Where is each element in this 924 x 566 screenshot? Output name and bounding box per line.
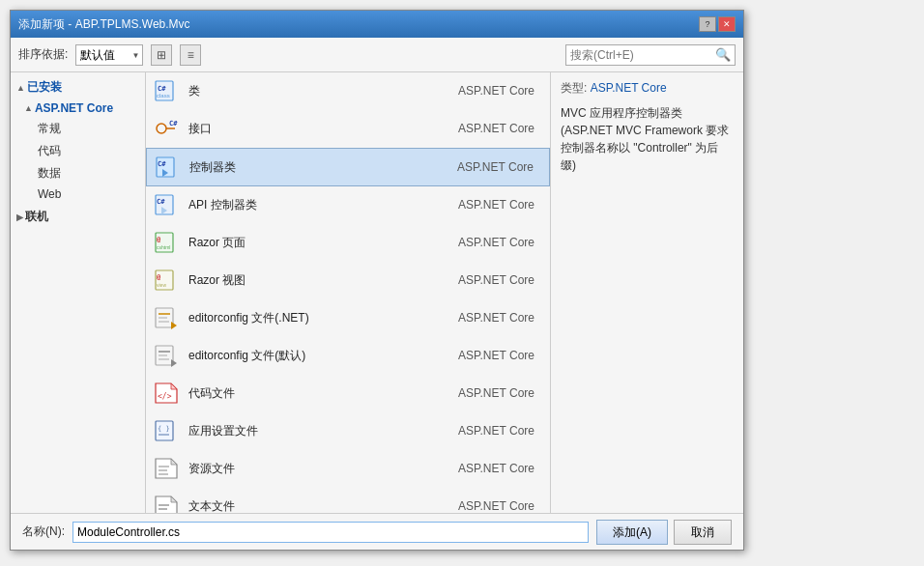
svg-text:C#: C# <box>158 160 166 168</box>
toolbar: 排序依据: 默认值 名称 类型 ⊞ ≡ 🔍 <box>11 38 743 72</box>
sort-select[interactable]: 默认值 名称 类型 <box>75 44 143 66</box>
item-category-resource-file: ASP.NET Core <box>446 462 542 475</box>
api-controller-icon: C# <box>154 191 181 218</box>
item-row-interface[interactable]: C# 接口 ASP.NET Core <box>146 110 550 148</box>
sidebar-item-web[interactable]: Web <box>26 184 145 204</box>
lianji-parent[interactable]: ▶ 联机 <box>11 206 145 228</box>
aspnet-parent[interactable]: ▲ ASP.NET Core <box>18 99 145 118</box>
item-name-interface: 接口 <box>188 121 438 137</box>
info-description: MVC 应用程序控制器类(ASP.NET MVC Framework 要求控制器… <box>561 104 734 174</box>
installed-children: ▲ ASP.NET Core 常规 代码 数据 <box>11 99 145 204</box>
lianji-section: ▶ 联机 <box>11 206 145 228</box>
item-category-api-controller: ASP.NET Core <box>446 198 542 212</box>
svg-marker-27 <box>171 383 177 389</box>
item-category-text-file: ASP.NET Core <box>446 499 542 513</box>
sidebar-item-code[interactable]: 代码 <box>26 140 145 162</box>
installed-expand-icon: ▲ <box>16 83 25 93</box>
add-button[interactable]: 添加(A) <box>596 520 668 545</box>
aspnet-label: ASP.NET Core <box>35 101 113 115</box>
sort-select-wrap[interactable]: 默认值 名称 类型 <box>75 44 143 66</box>
svg-marker-33 <box>171 459 177 465</box>
item-row-code-file[interactable]: </> 代码文件 ASP.NET Core <box>146 375 550 412</box>
svg-text:cshtml: cshtml <box>157 244 170 250</box>
item-category-app-settings: ASP.NET Core <box>446 424 542 438</box>
item-category-razor-view: ASP.NET Core <box>446 273 542 287</box>
main-window: 添加新项 - ABP.TPLMS.Web.Mvc ? ✕ 排序依据: 默认值 名… <box>10 10 744 551</box>
installed-parent[interactable]: ▲ 已安装 <box>11 76 145 99</box>
aspnet-expand-icon: ▲ <box>24 103 33 113</box>
grid-view-button[interactable]: ⊞ <box>151 44 172 66</box>
item-row-controller[interactable]: C# 控制器类 ASP.NET Core <box>146 148 550 186</box>
svg-text:@: @ <box>157 273 160 281</box>
item-name-controller: 控制器类 <box>189 159 437 176</box>
item-name-editorconfig-net: editorconfig 文件(.NET) <box>188 310 438 326</box>
razor-view-icon: @ view <box>154 267 181 294</box>
item-name-editorconfig-default: editorconfig 文件(默认) <box>188 348 438 364</box>
search-icon[interactable]: 🔍 <box>715 47 731 62</box>
item-name-razor-view: Razor 视图 <box>188 272 438 289</box>
cancel-button[interactable]: 取消 <box>674 520 732 545</box>
list-view-button[interactable]: ≡ <box>180 44 201 66</box>
sidebar-item-normal[interactable]: 常规 <box>26 118 145 140</box>
item-name-code-file: 代码文件 <box>188 385 438 402</box>
code-file-icon: </> <box>154 380 181 407</box>
window-controls: ? ✕ <box>699 16 736 32</box>
svg-text:@: @ <box>157 236 160 243</box>
close-button[interactable]: ✕ <box>718 16 736 32</box>
resource-file-icon <box>154 455 181 482</box>
bottom-bar: 名称(N): 添加(A) 取消 <box>11 513 743 550</box>
data-label: 数据 <box>38 165 61 182</box>
item-name-razor-page: Razor 页面 <box>188 235 438 251</box>
name-input[interactable] <box>72 522 589 543</box>
web-label: Web <box>38 187 61 201</box>
name-label: 名称(N): <box>22 524 65 540</box>
item-row-razor-view[interactable]: @ view Razor 视图 ASP.NET Core <box>146 262 550 299</box>
lianji-label: 联机 <box>25 209 48 225</box>
razor-page-icon: @ cshtml <box>154 229 181 256</box>
info-type: 类型: ASP.NET Core <box>561 80 734 97</box>
item-row-editorconfig-default[interactable]: editorconfig 文件(默认) ASP.NET Core <box>146 337 550 375</box>
info-panel: 类型: ASP.NET Core MVC 应用程序控制器类(ASP.NET MV… <box>550 72 743 513</box>
aspnet-children: 常规 代码 数据 Web <box>18 118 145 204</box>
main-content: ▲ 已安装 ▲ ASP.NET Core 常规 代码 <box>11 72 743 513</box>
items-list: C# class 类 ASP.NET Core C# <box>146 72 550 513</box>
item-row-api-controller[interactable]: C# API 控制器类 ASP.NET Core <box>146 186 550 224</box>
svg-point-3 <box>157 124 166 133</box>
svg-text:C#: C# <box>158 85 166 93</box>
editorconfig-net-icon <box>154 304 181 331</box>
code-label: 代码 <box>38 143 61 159</box>
sidebar: ▲ 已安装 ▲ ASP.NET Core 常规 代码 <box>11 72 146 513</box>
interface-icon: C# <box>154 115 181 142</box>
item-row-app-settings[interactable]: { } 应用设置文件 ASP.NET Core <box>146 412 550 450</box>
svg-text:</>: </> <box>158 392 172 401</box>
class-icon: C# class <box>154 77 181 104</box>
title-bar: 添加新项 - ABP.TPLMS.Web.Mvc ? ✕ <box>11 11 743 38</box>
bottom-buttons: 添加(A) 取消 <box>596 520 732 545</box>
item-name-text-file: 文本文件 <box>188 498 438 514</box>
content-area: C# class 类 ASP.NET Core C# <box>146 72 550 513</box>
svg-text:view: view <box>157 282 166 288</box>
normal-label: 常规 <box>38 121 61 137</box>
window-title: 添加新项 - ABP.TPLMS.Web.Mvc <box>18 16 190 33</box>
svg-text:class: class <box>157 93 170 99</box>
item-row-razor-page[interactable]: @ cshtml Razor 页面 ASP.NET Core <box>146 224 550 262</box>
item-category-editorconfig-net: ASP.NET Core <box>446 311 542 325</box>
item-category-razor-page: ASP.NET Core <box>446 236 542 249</box>
search-input[interactable] <box>570 48 715 62</box>
item-category-code-file: ASP.NET Core <box>446 386 542 400</box>
sidebar-item-data[interactable]: 数据 <box>26 162 145 184</box>
item-row-editorconfig-net[interactable]: editorconfig 文件(.NET) ASP.NET Core <box>146 299 550 337</box>
item-row-resource-file[interactable]: 资源文件 ASP.NET Core <box>146 450 550 488</box>
item-category-interface: ASP.NET Core <box>446 122 542 135</box>
item-name-app-settings: 应用设置文件 <box>188 423 438 439</box>
item-name-resource-file: 资源文件 <box>188 461 438 477</box>
item-row-text-file[interactable]: 文本文件 ASP.NET Core <box>146 488 550 513</box>
item-name-class: 类 <box>188 83 438 99</box>
type-value: ASP.NET Core <box>591 81 667 95</box>
sort-label: 排序依据: <box>18 46 68 63</box>
search-box[interactable]: 🔍 <box>565 44 736 66</box>
svg-text:C#: C# <box>157 198 165 206</box>
item-row-class[interactable]: C# class 类 ASP.NET Core <box>146 72 550 110</box>
item-category-class: ASP.NET Core <box>446 84 542 98</box>
help-button[interactable]: ? <box>699 16 716 32</box>
